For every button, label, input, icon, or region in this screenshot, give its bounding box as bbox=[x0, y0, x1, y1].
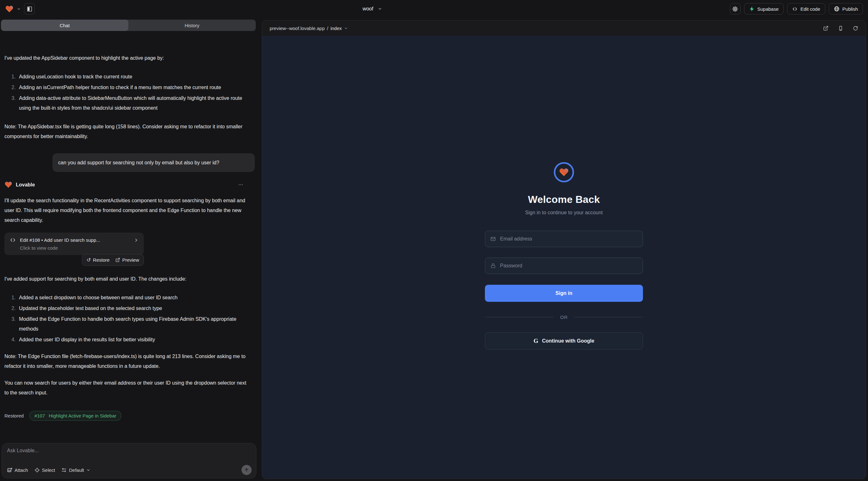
external-link-icon bbox=[115, 258, 120, 262]
select-label: Select bbox=[42, 468, 55, 473]
send-message-button[interactable] bbox=[242, 465, 252, 475]
assistant-message-outro: You can now search for users by either t… bbox=[4, 378, 250, 397]
preview-header: preview--woof.lovable.app / index bbox=[262, 21, 866, 36]
breadcrumb-separator: / bbox=[327, 26, 328, 31]
chevron-down-icon bbox=[86, 468, 90, 472]
sidebar-panel-icon bbox=[27, 6, 33, 12]
preview-label: Preview bbox=[122, 257, 139, 263]
signin-title: Welcome Back bbox=[528, 194, 600, 205]
message-more-options-icon[interactable] bbox=[238, 182, 243, 187]
tab-history[interactable]: History bbox=[128, 20, 256, 31]
globe-icon bbox=[834, 6, 840, 12]
assistant-header: Lovable bbox=[4, 181, 250, 189]
open-in-new-tab-icon[interactable] bbox=[823, 26, 829, 31]
edit-code-button[interactable]: Edit code bbox=[787, 3, 825, 14]
preview-viewport: Welcome Back Sign in to continue to your… bbox=[262, 36, 866, 479]
edit-card-title: Edit #108 • Add user ID search supp... bbox=[20, 237, 130, 243]
code-icon bbox=[792, 6, 798, 12]
preview-domain: preview--woof.lovable.app bbox=[270, 26, 324, 31]
list-item: Added a select dropdown to choose betwee… bbox=[17, 293, 250, 302]
chevron-right-icon bbox=[134, 238, 139, 243]
mail-icon bbox=[490, 236, 496, 242]
restore-icon: ↺ bbox=[87, 258, 91, 263]
or-label: OR bbox=[560, 315, 568, 320]
list-item: Adding an isCurrentPath helper function … bbox=[17, 83, 250, 92]
chat-mode-label: Default bbox=[69, 468, 84, 473]
chevron-down-icon bbox=[344, 26, 348, 30]
continue-with-google-button[interactable]: G Continue with Google bbox=[485, 332, 643, 350]
list-item: Modified the Edge Function to handle bot… bbox=[17, 314, 250, 334]
preview-panel: preview--woof.lovable.app / index bbox=[262, 20, 866, 479]
attach-image-icon bbox=[7, 468, 12, 473]
publish-label: Publish bbox=[842, 6, 858, 12]
supabase-button[interactable]: Supabase bbox=[744, 3, 784, 14]
topbar: woof Supabase bbox=[0, 0, 868, 18]
attach-button[interactable]: Attach bbox=[7, 468, 28, 473]
heart-icon bbox=[559, 167, 569, 177]
assistant-message-note: Note: The Edge Function file (fetch-fire… bbox=[4, 351, 250, 371]
signin-subtitle: Sign in to continue to your account bbox=[525, 210, 603, 216]
restored-version-pill[interactable]: #107 Highlight Active Page in Sidebar bbox=[29, 411, 121, 421]
preview-button[interactable]: Preview bbox=[115, 257, 139, 263]
lovable-heart-logo[interactable] bbox=[5, 5, 13, 13]
or-divider: OR bbox=[485, 315, 643, 320]
chat-message-list[interactable]: I've updated the AppSidebar component to… bbox=[0, 49, 257, 442]
project-name: woof bbox=[363, 6, 373, 12]
project-chevron-down-icon bbox=[378, 7, 382, 11]
sliders-icon bbox=[61, 468, 67, 473]
list-item: Added the user ID display in the results… bbox=[17, 335, 250, 345]
version-title: Highlight Active Page in Sidebar bbox=[49, 413, 116, 418]
restore-label: Restore bbox=[93, 257, 110, 263]
password-field[interactable] bbox=[500, 263, 638, 269]
chat-input[interactable] bbox=[7, 448, 251, 458]
assistant-name: Lovable bbox=[16, 182, 35, 188]
chat-history-tabbar: Chat History bbox=[1, 20, 256, 31]
lovable-avatar-heart-icon bbox=[4, 181, 12, 189]
signin-form: Welcome Back Sign in to continue to your… bbox=[485, 36, 643, 350]
restore-button[interactable]: ↺ Restore bbox=[87, 257, 110, 263]
google-g-icon: G bbox=[533, 338, 538, 345]
list-item: Updated the placeholder text based on th… bbox=[17, 303, 250, 313]
list-item: Adding useLocation hook to track the cur… bbox=[17, 72, 250, 82]
edit-card-subtitle: Click to view code bbox=[20, 245, 139, 251]
tab-chat[interactable]: Chat bbox=[1, 20, 128, 31]
publish-button[interactable]: Publish bbox=[829, 3, 863, 14]
select-button[interactable]: Select bbox=[34, 468, 55, 473]
assistant-message-intro: I'll update the search functionality in … bbox=[4, 196, 250, 225]
settings-button[interactable] bbox=[730, 3, 741, 14]
lock-icon bbox=[490, 263, 496, 269]
mobile-view-icon[interactable] bbox=[838, 26, 843, 31]
google-button-label: Continue with Google bbox=[542, 338, 594, 344]
gear-icon bbox=[732, 6, 738, 12]
edit-card-toolbar: ↺ Restore Preview bbox=[82, 254, 144, 266]
user-message-bubble: can you add support for searching not on… bbox=[53, 153, 255, 172]
preview-url-breadcrumb[interactable]: preview--woof.lovable.app / index bbox=[270, 26, 348, 31]
attach-label: Attach bbox=[14, 468, 28, 473]
code-icon bbox=[9, 237, 16, 243]
toggle-sidebar-button[interactable] bbox=[24, 3, 35, 14]
restored-row: Restored #107 Highlight Active Page in S… bbox=[4, 411, 250, 421]
chat-panel: Chat History I've updated the AppSidebar… bbox=[0, 18, 257, 481]
workspace-chevron-down-icon[interactable] bbox=[17, 7, 21, 11]
assistant-message-list: Adding useLocation hook to track the cur… bbox=[17, 72, 250, 113]
refresh-icon[interactable] bbox=[853, 26, 858, 31]
restored-label: Restored bbox=[4, 413, 24, 418]
password-field-wrap bbox=[485, 258, 643, 274]
arrow-up-icon bbox=[244, 468, 249, 473]
project-switcher[interactable]: woof bbox=[347, 0, 398, 18]
chat-composer: Attach Select Default bbox=[2, 443, 256, 478]
app-logo bbox=[554, 162, 574, 182]
edit-version-card[interactable]: Edit #108 • Add user ID search supp... C… bbox=[4, 233, 144, 255]
assistant-message-note: Note: The AppSidebar.tsx file is getting… bbox=[4, 122, 250, 141]
version-number: #107 bbox=[34, 413, 45, 418]
chat-mode-dropdown[interactable]: Default bbox=[61, 468, 90, 473]
preview-path: index bbox=[330, 26, 342, 31]
email-field-wrap bbox=[485, 231, 643, 247]
assistant-message-summary: I've added support for searching by both… bbox=[4, 274, 250, 284]
sign-in-button[interactable]: Sign in bbox=[485, 285, 643, 302]
supabase-label: Supabase bbox=[757, 6, 779, 12]
supabase-bolt-icon bbox=[749, 6, 754, 12]
list-item: Adding data-active attribute to SidebarM… bbox=[17, 93, 250, 113]
select-target-icon bbox=[34, 468, 40, 473]
email-field[interactable] bbox=[500, 236, 638, 242]
